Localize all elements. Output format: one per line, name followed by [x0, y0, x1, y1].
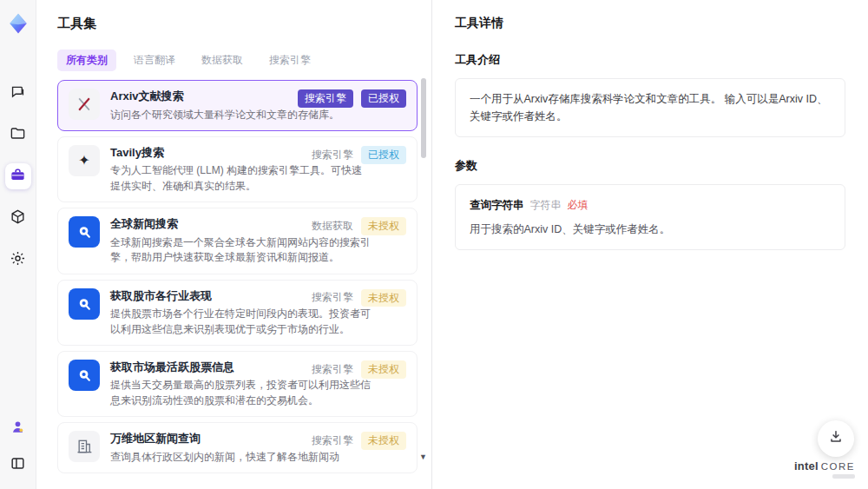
download-icon: [827, 428, 845, 449]
parameter-box: 查询字符串 字符串 必填 用于搜索的Arxiv ID、关键字或作者姓名。: [455, 184, 845, 250]
category-badge: 搜索引擎: [298, 89, 353, 108]
tools-panel: 工具集 所有类别 语言翻译 数据获取 搜索引擎 Arxiv文献搜索 访问各个研究…: [36, 0, 431, 489]
list-scrollbar[interactable]: ▼: [420, 76, 427, 489]
sidebar-item-collapse[interactable]: [6, 453, 30, 477]
tab-data-fetch[interactable]: 数据获取: [193, 50, 252, 71]
status-badge: 已授权: [361, 146, 406, 164]
gear-icon: [10, 250, 26, 270]
news-building-icon: [69, 431, 100, 462]
intel-core-logo: intel core: [794, 459, 855, 479]
category-label: 搜索引擎: [312, 290, 353, 305]
tool-card-tavily[interactable]: ✦ Tavily搜索 专为人工智能代理 (LLM) 构建的搜索引擎工具。可快速提…: [57, 136, 418, 202]
status-badge: 已授权: [361, 89, 406, 108]
parameter-name: 查询字符串: [470, 196, 524, 214]
globe-search-icon: [69, 216, 100, 248]
sidebar-item-files[interactable]: [5, 122, 31, 148]
tool-detail-panel: 工具详情 工具介绍 一个用于从Arxiv存储库搜索科学论文和文章的工具。 输入可…: [431, 0, 868, 489]
sidebar-item-settings[interactable]: [5, 247, 31, 273]
category-label: 数据获取: [312, 219, 353, 234]
briefcase-icon: [10, 167, 26, 187]
tool-description: 提供当天交易量最高的股票列表，投资者可以利用这些信息来识别流动性强的股票和潜在的…: [110, 378, 371, 408]
user-avatar-icon: [10, 419, 26, 439]
parameter-required-flag: 必填: [568, 197, 589, 214]
tool-card-arxiv[interactable]: Arxiv文献搜索 访问各个研究领域大量科学论文和文章的存储库。 搜索引擎 已授…: [57, 80, 418, 131]
folder-icon: [10, 125, 26, 145]
parameter-description: 用于搜索的Arxiv ID、关键字或作者姓名。: [470, 221, 831, 238]
globe-search-icon: [69, 360, 100, 391]
category-tabs: 所有类别 语言翻译 数据获取 搜索引擎: [57, 50, 418, 71]
download-button[interactable]: [818, 420, 854, 457]
tool-card-active-stocks[interactable]: 获取市场最活跃股票信息 提供当天交易量最高的股票列表，投资者可以利用这些信息来识…: [57, 351, 418, 417]
chat-icon: [10, 83, 26, 103]
globe-search-icon: [69, 288, 100, 320]
status-badge: 未授权: [361, 289, 406, 307]
tab-search-engine[interactable]: 搜索引擎: [260, 50, 319, 71]
tool-description: 查询具体行政区划内的新闻，快速了解各地新闻动: [110, 450, 371, 465]
category-label: 搜索引擎: [312, 148, 353, 162]
sidebar-nav: [5, 80, 31, 273]
sidebar-item-tools[interactable]: [5, 163, 31, 189]
tool-intro-box: 一个用于从Arxiv存储库搜索科学论文和文章的工具。 输入可以是Arxiv ID…: [455, 78, 845, 137]
tool-list: Arxiv文献搜索 访问各个研究领域大量科学论文和文章的存储库。 搜索引擎 已授…: [57, 80, 418, 473]
params-section-heading: 参数: [455, 158, 845, 174]
tool-description: 专为人工智能代理 (LLM) 构建的搜索引擎工具。可快速提供实时、准确和真实的结…: [110, 163, 371, 194]
scrollbar-thumb[interactable]: [421, 78, 426, 158]
intro-section-heading: 工具介绍: [455, 52, 845, 68]
core-wordmark: core: [821, 461, 855, 472]
cube-icon: [10, 208, 26, 228]
tool-description: 全球新闻搜索是一个聚合全球各大新闻网站内容的搜索引擎，帮助用户快速获取全球最新资…: [110, 235, 371, 266]
arxiv-x-icon: [69, 89, 100, 120]
parameter-type: 字符串: [530, 197, 562, 214]
page-title: 工具集: [57, 16, 418, 32]
status-badge: 未授权: [361, 360, 406, 379]
category-label: 搜索引擎: [312, 433, 353, 448]
detail-panel-title: 工具详情: [455, 16, 845, 31]
scroll-down-icon[interactable]: ▼: [419, 453, 427, 461]
sidebar: [0, 0, 36, 489]
brand-subscript-mark: [832, 474, 855, 479]
category-label: 搜索引擎: [312, 362, 353, 377]
panel-toggle-icon: [10, 455, 26, 475]
four-point-star-icon: ✦: [69, 145, 100, 176]
status-badge: 未授权: [361, 217, 406, 235]
tool-card-regional-news[interactable]: 万维地区新闻查询 查询具体行政区划内的新闻，快速了解各地新闻动 搜索引擎 未授权: [57, 422, 418, 473]
sidebar-item-chat[interactable]: [5, 80, 31, 106]
tool-card-sector-performance[interactable]: 获取股市各行业表现 提供股票市场各个行业在特定时间段内的表现。投资者可以利用这些…: [57, 280, 418, 346]
tool-card-global-news[interactable]: 全球新闻搜索 全球新闻搜索是一个聚合全球各大新闻网站内容的搜索引擎，帮助用户快速…: [57, 208, 418, 274]
sidebar-item-account[interactable]: [6, 416, 30, 440]
intel-wordmark: intel: [794, 459, 819, 472]
status-badge: 未授权: [361, 432, 406, 450]
sidebar-bottom: [6, 416, 30, 477]
tab-all-categories[interactable]: 所有类别: [57, 50, 116, 71]
tool-description: 访问各个研究领域大量科学论文和文章的存储库。: [110, 108, 371, 122]
tool-description: 提供股票市场各个行业在特定时间段内的表现。投资者可以利用这些信息来识别表现优于或…: [110, 307, 371, 337]
sidebar-item-models[interactable]: [5, 205, 31, 231]
diamond-gem-icon: [7, 12, 30, 35]
tab-language-translation[interactable]: 语言翻译: [125, 50, 184, 71]
